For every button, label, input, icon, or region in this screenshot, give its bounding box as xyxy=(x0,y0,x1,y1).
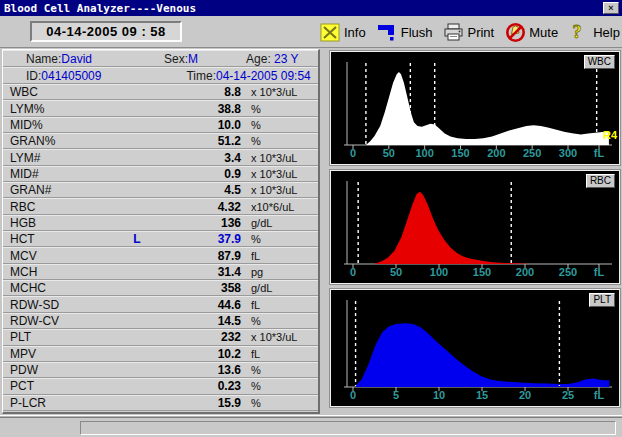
result-value: 358 xyxy=(153,281,241,295)
x-tick-label: 0 xyxy=(350,266,356,278)
analyzer-window: Blood Cell Analyzer----Venous × 04-14-20… xyxy=(0,0,622,437)
param-name: RDW-SD xyxy=(3,298,121,312)
table-row: WBC8.8x 10*3/uL xyxy=(3,84,318,100)
table-row: MCH31.4pg xyxy=(3,264,318,280)
plt-histogram-plot: 0510152025fL xyxy=(331,290,619,408)
x-tick-label: 50 xyxy=(390,266,402,278)
question-icon: ? xyxy=(569,22,589,42)
result-unit: % xyxy=(241,233,318,245)
result-unit: % xyxy=(241,103,318,115)
close-icon[interactable]: × xyxy=(603,2,619,14)
param-name: WBC xyxy=(3,85,121,99)
table-row: MCV87.9fL xyxy=(3,247,318,263)
param-name: RBC xyxy=(3,200,121,214)
histogram-column: 050100150200250300fLWBCR4050100150200250… xyxy=(330,51,620,412)
table-row: MCHC358g/dL xyxy=(3,280,318,296)
print-button-label: Print xyxy=(467,25,494,40)
table-row: GRAN#4.5x 10*3/uL xyxy=(3,182,318,198)
patient-age: Age: 23 Y xyxy=(246,52,299,66)
table-row: RDW-SD44.6fL xyxy=(3,296,318,312)
x-tick-label: 5 xyxy=(393,389,399,401)
x-tick-label: 50 xyxy=(383,147,395,159)
result-unit: fL xyxy=(241,348,318,360)
result-value: 10.2 xyxy=(153,347,241,361)
title-bar: Blood Cell Analyzer----Venous × xyxy=(0,0,622,16)
table-row: HCTL37.9% xyxy=(3,231,318,247)
result-value: 4.5 xyxy=(153,183,241,197)
table-row: LYM#3.4x 10*3/uL xyxy=(3,149,318,165)
result-unit: fL xyxy=(241,250,318,262)
toolbar: 04-14-2005 09 : 58 Info xyxy=(0,16,622,48)
x-axis-unit-label: fL xyxy=(594,147,605,159)
param-name: RDW-CV xyxy=(3,314,121,328)
x-tick-label: 200 xyxy=(487,147,505,159)
x-tick-label: 0 xyxy=(350,147,356,159)
rbc-histogram-plot: 050100150200250fL xyxy=(331,171,619,285)
result-value: 3.4 xyxy=(153,151,241,165)
patient-info-row-2: ID:041405009 Time:04-14-2005 09:54 xyxy=(3,67,318,84)
param-name: MCH xyxy=(3,265,121,279)
print-button[interactable]: Print xyxy=(443,22,494,42)
x-axis-unit-label: fL xyxy=(594,389,605,401)
mute-button[interactable]: Mute xyxy=(505,22,558,42)
patient-sex: Sex:M xyxy=(164,52,198,66)
status-message-panel xyxy=(80,421,616,435)
rbc-panel-label: RBC xyxy=(586,174,615,188)
param-name: PDW xyxy=(3,363,121,377)
help-button[interactable]: ? Help xyxy=(569,22,620,42)
result-unit: x 10*3/uL xyxy=(241,331,318,343)
table-row: RDW-CV14.5% xyxy=(3,313,318,329)
result-value: 10.0 xyxy=(153,118,241,132)
result-value: 31.4 xyxy=(153,265,241,279)
plt-panel-label: PLT xyxy=(589,293,615,307)
result-value: 44.6 xyxy=(153,298,241,312)
flush-button[interactable]: Flush xyxy=(377,22,433,42)
patient-name: Name:David xyxy=(26,52,92,66)
result-value: 8.8 xyxy=(153,85,241,99)
param-name: GRAN# xyxy=(3,183,121,197)
result-unit: x 10*3/uL xyxy=(241,168,318,180)
datetime-display[interactable]: 04-14-2005 09 : 58 xyxy=(30,21,182,42)
x-tick-label: 20 xyxy=(519,389,531,401)
result-value: 38.8 xyxy=(153,102,241,116)
printer-icon xyxy=(443,22,463,42)
result-unit: x 10*3/uL xyxy=(241,86,318,98)
table-row: PDW13.6% xyxy=(3,362,318,378)
result-unit: x 10*3/uL xyxy=(241,152,318,164)
info-x-icon xyxy=(320,22,340,42)
table-row: MID%10.0% xyxy=(3,117,318,133)
result-value: 15.9 xyxy=(153,396,241,410)
status-bar xyxy=(0,418,622,437)
table-row: PCT0.23% xyxy=(3,378,318,394)
results-panel: Name:David Sex:M Age: 23 Y ID:041405009 … xyxy=(2,49,320,414)
param-name: MPV xyxy=(3,347,121,361)
info-button[interactable]: Info xyxy=(320,22,366,42)
region-label-r4: R4 xyxy=(603,129,617,141)
result-unit: % xyxy=(241,119,318,131)
param-name: HCT xyxy=(3,232,121,246)
rbc-histogram-panel: 050100150200250fLRBC xyxy=(330,170,620,284)
patient-info-row-1: Name:David Sex:M Age: 23 Y xyxy=(3,50,318,67)
param-name: GRAN% xyxy=(3,134,121,148)
x-tick-label: 250 xyxy=(523,147,541,159)
result-value: 0.23 xyxy=(153,379,241,393)
param-name: MCV xyxy=(3,249,121,263)
param-name: LYM# xyxy=(3,151,121,165)
x-tick-label: 15 xyxy=(476,389,488,401)
result-unit: fL xyxy=(241,299,318,311)
plt-histogram-panel: 0510152025fLPLT xyxy=(330,289,620,407)
window-title: Blood Cell Analyzer----Venous xyxy=(4,2,196,15)
x-tick-label: 150 xyxy=(451,147,469,159)
x-tick-label: 200 xyxy=(516,266,534,278)
param-name: MID% xyxy=(3,118,121,132)
wbc-histogram-panel: 050100150200250300fLWBCR4 xyxy=(330,51,620,165)
x-tick-label: 250 xyxy=(559,266,577,278)
x-tick-label: 100 xyxy=(430,266,448,278)
table-row: MPV10.2fL xyxy=(3,346,318,362)
wbc-histogram-plot: 050100150200250300fL xyxy=(331,52,619,166)
result-unit: % xyxy=(241,135,318,147)
x-tick-label: 0 xyxy=(350,389,356,401)
flag-value: L xyxy=(121,232,153,246)
table-row: PLT232x 10*3/uL xyxy=(3,329,318,345)
param-name: PCT xyxy=(3,379,121,393)
